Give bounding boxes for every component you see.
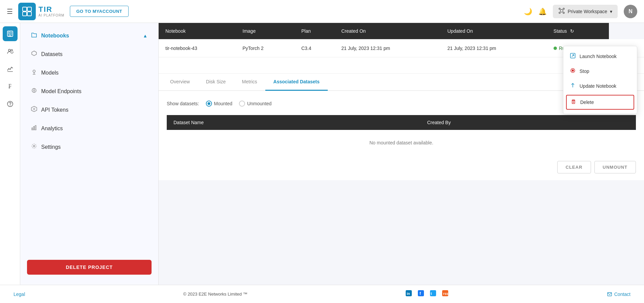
workspace-button[interactable]: Private Workspace ▾ bbox=[553, 5, 618, 18]
bell-icon[interactable]: 🔔 bbox=[538, 7, 547, 16]
footer: Legal © 2023 E2E Networks Limited ™ in f… bbox=[0, 285, 644, 303]
notebooks-chevron-icon: ▲ bbox=[143, 33, 147, 38]
logo-sub: AI PLATFORM bbox=[38, 13, 64, 17]
svg-point-34 bbox=[33, 145, 35, 147]
cell-image: PyTorch 2 bbox=[236, 39, 295, 57]
settings-gear-icon bbox=[31, 143, 37, 151]
launch-notebook-icon bbox=[570, 53, 575, 60]
svg-rect-33 bbox=[35, 126, 36, 130]
sidebar-icon-analytics[interactable] bbox=[3, 61, 18, 76]
svg-point-5 bbox=[559, 8, 560, 9]
dataset-col-created-by: Created By bbox=[420, 115, 636, 130]
nav-item-api-tokens[interactable]: API Tokens bbox=[23, 101, 156, 118]
cell-updated-on: 21 July, 2023 12:31 pm bbox=[441, 39, 547, 57]
svg-text:in: in bbox=[407, 292, 410, 296]
svg-rect-10 bbox=[8, 32, 10, 34]
delete-icon bbox=[571, 99, 576, 106]
tab-disk-size[interactable]: Disk Size bbox=[198, 74, 234, 91]
dataset-empty-message: No mounted dataset available. bbox=[167, 130, 636, 156]
radio-unmounted-label: Unmounted bbox=[247, 101, 271, 106]
svg-point-25 bbox=[33, 90, 35, 91]
linkedin-icon[interactable]: in bbox=[405, 290, 412, 298]
logo-text: TIR AI PLATFORM bbox=[38, 5, 64, 17]
twitter-icon[interactable]: t bbox=[430, 290, 436, 298]
workspace-chevron-icon: ▾ bbox=[610, 9, 612, 14]
cell-created-on: 21 July, 2023 12:31 pm bbox=[334, 39, 440, 57]
tab-associated-datasets[interactable]: Associated Datasets bbox=[265, 74, 328, 91]
sidebar-icon-users[interactable] bbox=[3, 44, 18, 59]
show-datasets-label: Show datasets: bbox=[167, 101, 199, 106]
nav-item-model-endpoints[interactable]: Model Endpoints bbox=[23, 83, 156, 100]
cell-notebook-name: tir-notebook-43 bbox=[159, 39, 236, 57]
nav-notebooks-label: Notebooks bbox=[41, 33, 69, 39]
dataset-empty-row: No mounted dataset available. bbox=[167, 130, 636, 156]
nav-datasets-label: Datasets bbox=[41, 51, 62, 57]
logo-tir: TIR bbox=[38, 5, 64, 13]
nav-item-notebooks[interactable]: Notebooks ▲ bbox=[23, 27, 156, 44]
sidebar-icon-help[interactable] bbox=[3, 97, 18, 111]
model-endpoints-icon bbox=[31, 87, 37, 95]
radio-group: Mounted Unmounted bbox=[206, 101, 272, 107]
svg-rect-44 bbox=[418, 290, 424, 296]
refresh-status-icon[interactable]: ↻ bbox=[570, 28, 574, 34]
nav-analytics-label: Analytics bbox=[41, 126, 63, 132]
nav-api-tokens-label: API Tokens bbox=[41, 107, 69, 113]
api-tokens-icon bbox=[31, 106, 37, 114]
hamburger-icon[interactable]: ☰ bbox=[7, 7, 13, 16]
navbar-left: ☰ TIR AI PLATFORM GO TO MYACCOUNT bbox=[7, 3, 129, 20]
contact-link[interactable]: Contact bbox=[607, 292, 630, 297]
nav-item-analytics[interactable]: Analytics bbox=[23, 120, 156, 137]
dataset-action-buttons: CLEAR UNMOUNT bbox=[167, 161, 636, 173]
clear-button[interactable]: CLEAR bbox=[557, 161, 591, 173]
nav-sidebar: Notebooks ▲ Datasets Models bbox=[20, 23, 159, 285]
logo-box bbox=[18, 3, 36, 20]
context-menu-launch-notebook[interactable]: Launch Notebook bbox=[563, 49, 637, 64]
nav-models-label: Models bbox=[41, 70, 59, 76]
unmount-button[interactable]: UNMOUNT bbox=[594, 161, 636, 173]
context-menu-delete[interactable]: Delete bbox=[566, 95, 634, 110]
rss-icon[interactable]: rss bbox=[442, 290, 449, 298]
datasets-icon bbox=[31, 50, 37, 58]
avatar[interactable]: N bbox=[624, 5, 637, 18]
notebooks-folder-icon bbox=[31, 32, 37, 39]
radio-mounted[interactable]: Mounted bbox=[206, 101, 232, 107]
workspace-icon bbox=[558, 7, 565, 16]
nav-item-models[interactable]: Models bbox=[23, 64, 156, 81]
svg-point-19 bbox=[10, 105, 10, 106]
sidebar-icon-billing[interactable]: ₣ bbox=[3, 79, 18, 94]
nav-model-endpoints-label: Model Endpoints bbox=[41, 88, 81, 94]
svg-point-6 bbox=[563, 8, 564, 9]
svg-rect-32 bbox=[33, 127, 34, 130]
models-icon bbox=[31, 69, 37, 77]
stop-label: Stop bbox=[580, 68, 589, 74]
navbar-right: 🌙 🔔 Private Workspace ▾ N bbox=[524, 5, 637, 18]
tab-metrics[interactable]: Metrics bbox=[234, 74, 265, 91]
svg-point-8 bbox=[563, 12, 564, 13]
sidebar-icon-notebooks[interactable] bbox=[3, 26, 18, 41]
col-updated-on: Updated On bbox=[441, 23, 547, 39]
go-to-myaccount-button[interactable]: GO TO MYACCOUNT bbox=[70, 6, 129, 17]
radio-unmounted-circle bbox=[239, 101, 245, 107]
top-navbar: ☰ TIR AI PLATFORM GO TO MYACCOUNT 🌙 🔔 bbox=[0, 0, 644, 23]
nav-item-settings[interactable]: Settings bbox=[23, 138, 156, 156]
nav-item-datasets[interactable]: Datasets bbox=[23, 46, 156, 63]
social-links: in f t rss bbox=[405, 290, 449, 298]
moon-icon[interactable]: 🌙 bbox=[524, 7, 532, 16]
svg-text:rss: rss bbox=[443, 292, 448, 296]
delete-project-button[interactable]: DELETE PROJECT bbox=[27, 260, 152, 275]
delete-label: Delete bbox=[580, 100, 594, 105]
radio-mounted-circle bbox=[206, 101, 212, 107]
tab-overview[interactable]: Overview bbox=[162, 74, 198, 91]
legal-link[interactable]: Legal bbox=[14, 292, 25, 297]
svg-rect-31 bbox=[32, 128, 33, 130]
col-status: Status ↻ bbox=[547, 23, 609, 39]
svg-point-15 bbox=[8, 49, 10, 51]
facebook-icon[interactable]: f bbox=[418, 290, 424, 298]
svg-point-7 bbox=[559, 12, 560, 13]
radio-unmounted[interactable]: Unmounted bbox=[239, 101, 271, 107]
context-menu-stop[interactable]: Stop bbox=[563, 64, 637, 79]
dataset-col-name: Dataset Name bbox=[167, 115, 420, 130]
stop-icon bbox=[570, 68, 575, 75]
launch-notebook-label: Launch Notebook bbox=[580, 54, 617, 59]
context-menu-update-notebook[interactable]: Update Notebook bbox=[563, 79, 637, 93]
